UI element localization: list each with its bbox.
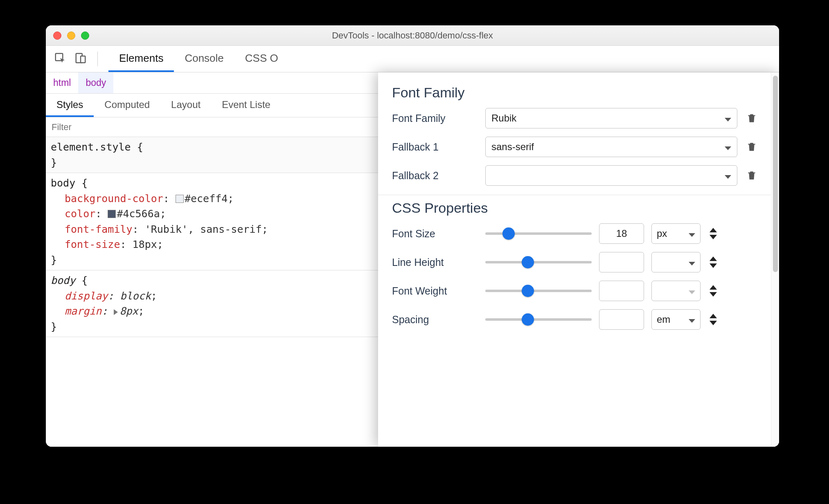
slider-font-size[interactable] xyxy=(485,223,592,244)
color-swatch[interactable] xyxy=(176,195,184,203)
select-fallback-1[interactable]: sans-serif xyxy=(485,137,737,157)
label-fallback-2: Fallback 2 xyxy=(392,170,478,182)
devtools-window: DevTools - localhost:8080/demo/css-flex … xyxy=(46,25,779,447)
subtab-styles[interactable]: Styles xyxy=(46,94,94,117)
tab-console[interactable]: Console xyxy=(174,46,234,72)
stepper-spacing[interactable] xyxy=(708,314,719,325)
label-fallback-1: Fallback 1 xyxy=(392,141,478,153)
row-font-weight: Font Weight xyxy=(392,281,759,301)
svg-rect-2 xyxy=(81,56,85,63)
unit-font-weight[interactable] xyxy=(651,281,701,301)
row-font-size: Font Size 18 px xyxy=(392,223,759,244)
subtab-event-listeners[interactable]: Event Liste xyxy=(211,94,281,117)
devtools-toolbar: Elements Console CSS O xyxy=(46,46,779,72)
slider-line-height[interactable] xyxy=(485,252,592,272)
minimize-window-button[interactable] xyxy=(67,32,75,40)
caret-down-icon xyxy=(725,170,731,181)
color-swatch[interactable] xyxy=(108,210,116,218)
input-spacing[interactable] xyxy=(599,309,644,330)
crumb-html[interactable]: html xyxy=(46,72,78,93)
row-font-family: Font Family Rubik xyxy=(392,108,759,128)
device-toolbar-icon[interactable] xyxy=(74,52,87,66)
tab-elements[interactable]: Elements xyxy=(108,46,174,72)
select-fallback-2[interactable] xyxy=(485,165,737,186)
label-font-weight: Font Weight xyxy=(392,285,478,297)
scrollbar-thumb[interactable] xyxy=(773,76,778,272)
input-line-height[interactable] xyxy=(599,252,644,272)
crumb-body[interactable]: body xyxy=(78,72,113,93)
subtab-computed[interactable]: Computed xyxy=(94,94,160,117)
caret-down-icon xyxy=(725,141,731,153)
window-title: DevTools - localhost:8080/demo/css-flex xyxy=(46,30,779,41)
row-line-height: Line Height xyxy=(392,252,759,272)
input-font-weight[interactable] xyxy=(599,281,644,301)
font-editor-panel: Font Family Font Family Rubik Fallback 1 xyxy=(378,72,779,447)
label-font-size: Font Size xyxy=(392,228,478,240)
selector: body xyxy=(51,177,75,189)
caret-down-icon xyxy=(689,314,695,325)
selector: body xyxy=(51,274,75,286)
expand-shorthand-icon[interactable] xyxy=(114,309,118,315)
unit-spacing[interactable]: em xyxy=(651,309,701,330)
subtab-layout[interactable]: Layout xyxy=(160,94,211,117)
caret-down-icon xyxy=(725,112,731,124)
row-spacing: Spacing em xyxy=(392,309,759,330)
traffic-lights xyxy=(53,25,89,45)
label-line-height: Line Height xyxy=(392,256,478,268)
stepper-line-height[interactable] xyxy=(708,256,719,268)
devtools-tabs: Elements Console CSS O xyxy=(108,46,289,72)
select-font-family[interactable]: Rubik xyxy=(485,108,737,128)
unit-line-height[interactable] xyxy=(651,252,701,272)
caret-down-icon xyxy=(689,285,695,297)
delete-button[interactable] xyxy=(745,112,759,124)
row-fallback-2: Fallback 2 xyxy=(392,165,759,186)
slider-spacing[interactable] xyxy=(485,309,592,330)
slider-font-weight[interactable] xyxy=(485,281,592,301)
input-font-size[interactable]: 18 xyxy=(599,223,644,244)
section-separator xyxy=(378,195,771,195)
panel-scrollbar[interactable] xyxy=(771,72,779,447)
selector: element.style xyxy=(51,141,131,153)
inspect-element-icon[interactable] xyxy=(54,52,66,66)
toolbar-separator xyxy=(97,52,98,66)
caret-down-icon xyxy=(689,256,695,268)
label-spacing: Spacing xyxy=(392,314,478,326)
section-title-css-properties: CSS Properties xyxy=(392,200,759,216)
section-title-font-family: Font Family xyxy=(392,85,759,101)
stepper-font-size[interactable] xyxy=(708,228,719,239)
caret-down-icon xyxy=(689,228,695,239)
content-area: html body Styles Computed Layout Event L… xyxy=(46,72,779,447)
delete-button[interactable] xyxy=(745,169,759,182)
tab-css-overview[interactable]: CSS O xyxy=(234,46,289,72)
label-font-family: Font Family xyxy=(392,112,478,124)
maximize-window-button[interactable] xyxy=(81,32,89,40)
delete-button[interactable] xyxy=(745,141,759,153)
unit-font-size[interactable]: px xyxy=(651,223,701,244)
close-window-button[interactable] xyxy=(53,32,61,40)
stepper-font-weight[interactable] xyxy=(708,285,719,297)
window-titlebar: DevTools - localhost:8080/demo/css-flex xyxy=(46,25,779,46)
row-fallback-1: Fallback 1 sans-serif xyxy=(392,137,759,157)
